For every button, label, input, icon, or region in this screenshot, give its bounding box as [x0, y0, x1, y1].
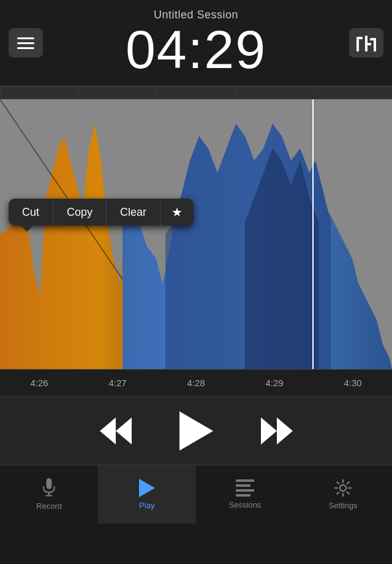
playhead: [312, 99, 314, 369]
tab-settings[interactable]: Settings: [294, 465, 392, 524]
menu-icon: [17, 47, 34, 49]
tab-record-label: Record: [36, 501, 62, 511]
svg-rect-16: [236, 484, 251, 487]
fast-forward-button[interactable]: [262, 417, 294, 444]
time-marker-2: 4:28: [157, 378, 235, 388]
copy-button[interactable]: Copy: [53, 199, 107, 226]
menu-icon: [17, 37, 34, 39]
rewind-button[interactable]: [99, 417, 130, 444]
settings-icon: [334, 479, 352, 497]
svg-rect-5: [370, 38, 376, 40]
menu-button[interactable]: [9, 28, 43, 58]
context-menu-arrow: [21, 226, 33, 232]
play-tab-icon: [139, 479, 155, 497]
context-menu: Cut Copy Clear ★: [9, 199, 194, 226]
time-marker-4: 4:30: [314, 378, 392, 388]
cut-button[interactable]: Cut: [9, 199, 53, 226]
waveform-svg: [0, 99, 392, 369]
svg-rect-12: [47, 478, 52, 489]
tab-record[interactable]: Record: [0, 465, 98, 524]
svg-rect-1: [356, 37, 363, 39]
microphone-icon: [40, 478, 58, 498]
tab-sessions[interactable]: Sessions: [196, 465, 294, 524]
tab-sessions-label: Sessions: [229, 500, 262, 509]
play-button[interactable]: [179, 411, 213, 451]
svg-rect-3: [365, 43, 371, 45]
rewind-icon: [99, 417, 130, 444]
clear-button[interactable]: Clear: [107, 199, 160, 226]
tab-bar: Record Play Sessions Settings: [0, 465, 392, 524]
star-button[interactable]: ★: [160, 199, 194, 226]
time-display: 04:29: [126, 23, 266, 77]
play-icon: [179, 411, 213, 451]
time-marker-0: 4:26: [0, 378, 78, 388]
context-menu-container: Cut Copy Clear ★: [9, 199, 194, 226]
header: Untitled Session 04:29: [0, 0, 392, 86]
svg-rect-15: [236, 479, 254, 482]
tab-play-label: Play: [139, 501, 154, 510]
waveform-area[interactable]: Cut Copy Clear ★: [0, 99, 392, 369]
time-marker-3: 4:29: [235, 378, 314, 388]
mixer-icon: [356, 34, 376, 51]
tab-play[interactable]: Play: [98, 465, 196, 524]
mixer-button[interactable]: [349, 28, 383, 58]
timeline-strip: [0, 86, 392, 99]
svg-rect-17: [236, 489, 254, 492]
svg-rect-4: [374, 40, 376, 51]
svg-rect-0: [356, 39, 359, 51]
menu-icon: [17, 42, 34, 44]
sessions-icon: [236, 479, 254, 497]
fast-forward-icon: [262, 417, 294, 444]
svg-point-19: [340, 485, 346, 491]
tab-settings-label: Settings: [329, 501, 358, 510]
transport-controls: [0, 396, 392, 465]
svg-rect-18: [236, 494, 251, 497]
time-marker-1: 4:27: [78, 378, 157, 388]
time-ruler: 4:26 4:27 4:28 4:29 4:30: [0, 369, 392, 396]
